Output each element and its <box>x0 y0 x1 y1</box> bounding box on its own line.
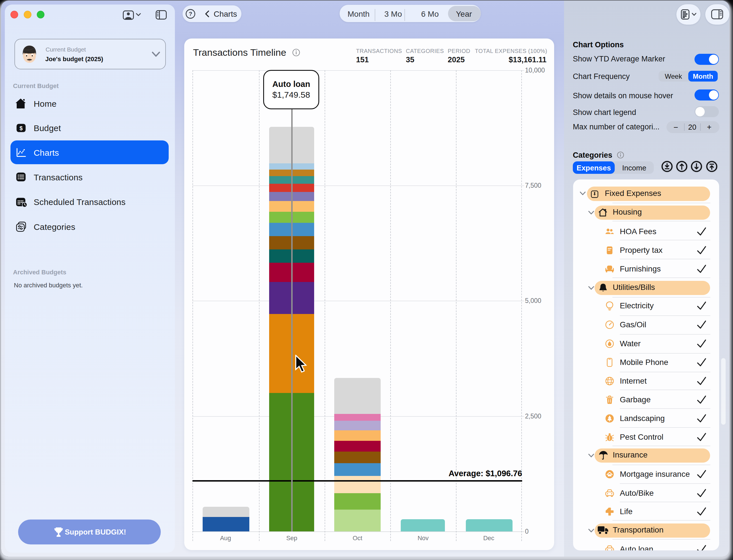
svg-text:?: ? <box>189 11 192 17</box>
svg-text:$: $ <box>20 125 23 131</box>
